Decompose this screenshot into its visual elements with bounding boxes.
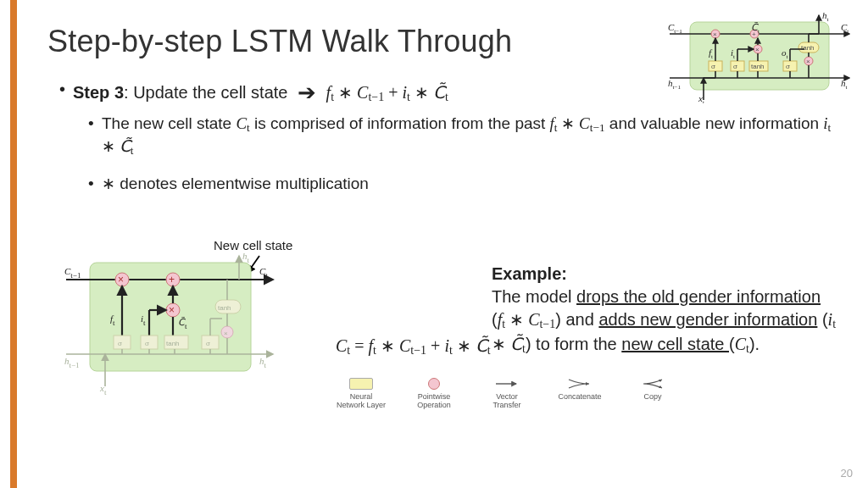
arrow-icon: ➔ [292, 80, 321, 105]
svg-text:σ: σ [118, 340, 122, 347]
svg-text:Ct−1: Ct−1 [668, 22, 682, 35]
svg-text:ht−1: ht−1 [64, 356, 80, 369]
accent-bar [10, 0, 17, 488]
sub1-c: and valuable new information [605, 114, 824, 132]
svg-text:σ: σ [145, 340, 149, 347]
svg-text:ht: ht [822, 12, 829, 23]
sub1-b: is comprised of information from the pas… [250, 114, 550, 132]
step-rest: : Update the cell state [124, 83, 287, 102]
slide-body: Step-by-step LSTM Walk Through Ct−1 Ct h… [17, 0, 868, 488]
step-formula: ft ∗ Ct−1 + it ∗ C̃t [326, 83, 448, 102]
svg-text:tanh: tanh [166, 340, 180, 347]
svg-text:tanh: tanh [751, 63, 765, 70]
bullet-sub1: The new cell state Ct is comprised of in… [88, 113, 844, 158]
example-heading: Example: [492, 264, 567, 283]
example-block: Example: The model drops the old gender … [492, 263, 837, 357]
svg-text:×: × [755, 46, 760, 53]
svg-rect-81 [202, 336, 219, 349]
sub1-a: The new cell state [102, 114, 236, 132]
example-u1: drops the old gender information [576, 287, 821, 306]
legend-concat: Concatenate [554, 376, 605, 402]
svg-text:Ct: Ct [259, 266, 268, 280]
example-u2: adds new gender information [598, 310, 817, 329]
legend-pointwise: Pointwise Operation [409, 376, 459, 410]
svg-text:+: + [169, 274, 175, 286]
svg-text:σ: σ [786, 63, 790, 70]
legend-vector-transfer: Vector Transfer [481, 376, 532, 410]
svg-text:σ: σ [711, 63, 715, 70]
diagram-legend: Neural Network Layer Pointwise Operation… [336, 376, 678, 410]
svg-text:×: × [713, 30, 717, 38]
bullet-step3: Step 3: Update the cell state ➔ ft ∗ Ct−… [59, 78, 844, 108]
bullet-sub2: ∗ denotes elementwise multiplication [88, 173, 844, 195]
equation-cell-state: Ct = ft ∗ Ct−1 + it ∗ C̃t [336, 336, 491, 358]
page-number: 20 [841, 467, 853, 480]
svg-text:×: × [224, 330, 228, 337]
lstm-diagram-step3: Ct−1 Ct × + × ft it C̃t ht−1 ht xt h [64, 251, 276, 395]
svg-text:×: × [169, 304, 175, 316]
example-u3: new cell state [621, 335, 729, 353]
svg-text:×: × [806, 58, 810, 65]
svg-text:tanh: tanh [801, 44, 815, 52]
bullet-list: Step 3: Update the cell state ➔ ft ∗ Ct−… [47, 78, 844, 195]
svg-text:σ: σ [733, 63, 737, 70]
svg-text:tanh: tanh [218, 304, 231, 312]
svg-text:×: × [118, 274, 124, 286]
svg-text:Ct: Ct [841, 22, 849, 35]
svg-rect-77 [141, 336, 158, 349]
step-label: Step 3 [73, 83, 124, 102]
legend-copy: Copy [627, 376, 678, 402]
svg-text:σ: σ [206, 340, 210, 347]
svg-rect-75 [114, 336, 131, 349]
example-text-a: The model [492, 287, 576, 306]
svg-text:Ct−1: Ct−1 [64, 266, 81, 280]
legend-nn-layer: Neural Network Layer [336, 376, 387, 410]
svg-text:ht: ht [259, 356, 267, 369]
